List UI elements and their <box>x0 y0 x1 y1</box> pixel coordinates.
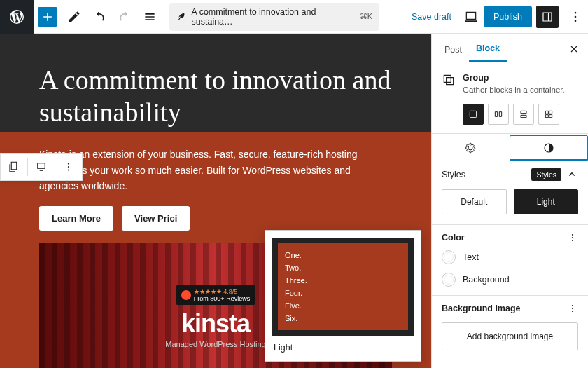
undo-icon <box>92 10 106 24</box>
svg-point-6 <box>68 169 69 170</box>
svg-point-10 <box>572 237 573 238</box>
desktop-align-icon <box>35 161 48 173</box>
text-color-label: Text <box>463 252 479 262</box>
kebab-icon[interactable] <box>567 232 578 243</box>
layout-group-option[interactable] <box>463 104 484 125</box>
edit-tool-button[interactable] <box>62 4 87 29</box>
color-heading: Color <box>442 233 465 243</box>
settings-sidebar: Post Block Group Gather blocks in a cont… <box>431 34 588 368</box>
kebab-icon <box>62 161 75 173</box>
style-variation-buttons: Default Light <box>432 185 588 225</box>
layout-variation-row <box>463 104 578 125</box>
kebab-icon[interactable] <box>567 303 578 314</box>
svg-point-4 <box>68 163 69 164</box>
editor-canvas[interactable]: A commitment to innovation and sustainab… <box>0 34 431 368</box>
settings-styles-tabs <box>432 135 588 161</box>
svg-point-5 <box>68 166 69 168</box>
review-badge: ★★★★★ 4.8/5 From 800+ Reviews <box>176 285 255 305</box>
copy-icon <box>8 161 20 173</box>
list-view-button[interactable] <box>137 4 162 29</box>
svg-point-9 <box>572 234 573 236</box>
add-background-image-button[interactable]: Add background image <box>442 322 578 350</box>
group-block-icon <box>442 73 456 87</box>
close-icon <box>568 43 580 55</box>
grid-layout-icon <box>543 109 554 120</box>
svg-point-12 <box>572 305 573 306</box>
panel-icon <box>541 11 554 23</box>
tab-block[interactable]: Block <box>469 35 507 62</box>
settings-tab[interactable] <box>432 135 510 161</box>
preview-line: Two. <box>285 261 401 274</box>
style-preview-label: Light <box>272 336 414 354</box>
background-image-head: Background image <box>432 296 588 317</box>
hero-top-section: A commitment to innovation and sustainab… <box>0 34 431 132</box>
parent-block-button[interactable] <box>1 154 27 180</box>
preview-line: Six. <box>285 312 401 325</box>
add-block-button[interactable] <box>38 7 57 27</box>
tab-post[interactable]: Post <box>438 36 469 62</box>
editor-workspace: A commitment to innovation and sustainab… <box>0 34 588 368</box>
plus-icon <box>41 10 55 24</box>
svg-point-0 <box>575 11 577 13</box>
color-panel-head: Color <box>432 225 588 246</box>
styles-icon <box>542 142 555 154</box>
preview-line: Three. <box>285 274 401 287</box>
editor-topbar: A commitment to innovation and sustaina…… <box>0 0 588 34</box>
save-draft-button[interactable]: Save draft <box>405 8 458 26</box>
svg-point-14 <box>572 311 573 312</box>
align-button[interactable] <box>28 154 55 180</box>
preview-line: One. <box>285 249 401 261</box>
stack-layout-icon <box>518 109 529 120</box>
svg-point-13 <box>572 308 573 309</box>
style-light-button[interactable]: Light <box>514 189 579 214</box>
close-sidebar-button[interactable] <box>566 41 582 57</box>
preview-line: Four. <box>285 287 401 299</box>
styles-tooltip: Styles <box>531 168 561 181</box>
gear-icon <box>464 142 477 154</box>
redo-button[interactable] <box>112 4 137 29</box>
text-color-row[interactable]: Text <box>432 246 588 268</box>
sidebar-tabs: Post Block <box>432 34 588 64</box>
learn-more-button[interactable]: Learn More <box>39 206 113 231</box>
svg-point-1 <box>575 15 577 18</box>
styles-section-head: Styles Styles <box>432 161 588 185</box>
list-icon <box>143 10 157 24</box>
document-title-bar[interactable]: A commitment to innovation and sustaina…… <box>169 3 379 31</box>
chevron-up-icon[interactable] <box>566 168 578 181</box>
block-toolbar <box>0 153 83 181</box>
page-title[interactable]: A commitment to innovation and sustainab… <box>39 64 392 128</box>
preview-line: Five. <box>285 299 401 312</box>
more-options-button[interactable] <box>563 4 588 29</box>
hero-subtitle[interactable]: Kinsta is an extension of your business.… <box>39 146 375 193</box>
feather-icon <box>176 12 186 22</box>
wp-logo[interactable] <box>0 0 34 34</box>
preview-button[interactable] <box>458 4 484 29</box>
desktop-icon <box>464 10 478 24</box>
document-title-text: A commitment to innovation and sustaina… <box>192 7 354 27</box>
kinsta-logo: kinsta <box>181 309 250 339</box>
layout-row-option[interactable] <box>488 104 509 125</box>
g2-icon <box>181 290 191 300</box>
svg-rect-3 <box>38 163 46 169</box>
redo-icon <box>118 10 132 24</box>
styles-tab[interactable] <box>510 135 589 161</box>
kebab-icon <box>568 10 582 24</box>
background-color-label: Background <box>463 275 510 285</box>
block-description: Gather blocks in a container. <box>463 86 565 94</box>
undo-button[interactable] <box>87 4 112 29</box>
background-color-row[interactable]: Background <box>432 268 588 296</box>
layout-grid-option[interactable] <box>538 104 559 125</box>
layout-stack-option[interactable] <box>513 104 534 125</box>
publish-button[interactable]: Publish <box>484 6 532 27</box>
style-default-button[interactable]: Default <box>442 189 507 214</box>
svg-point-2 <box>575 20 577 22</box>
text-color-swatch <box>442 250 456 264</box>
background-image-heading: Background image <box>442 304 521 313</box>
block-more-button[interactable] <box>55 154 82 180</box>
cta-row: Learn More View Prici <box>39 206 392 231</box>
settings-sidebar-toggle[interactable] <box>536 6 559 28</box>
style-preview-popover: One. Two. Three. Four. Five. Six. Light <box>265 230 421 362</box>
view-pricing-button[interactable]: View Prici <box>122 206 190 231</box>
svg-point-11 <box>572 240 573 241</box>
group-layout-icon <box>468 109 479 120</box>
